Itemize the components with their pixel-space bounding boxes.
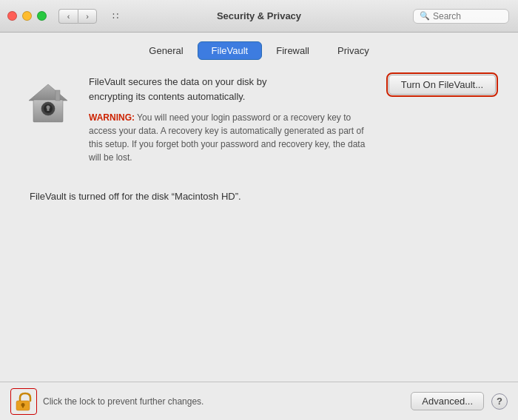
help-button[interactable]: ? xyxy=(491,393,508,410)
turn-on-filevault-button[interactable]: Turn On FileVault... xyxy=(388,75,496,95)
filevault-icon xyxy=(22,78,74,129)
nav-buttons: ‹ › xyxy=(47,9,97,24)
close-button[interactable] xyxy=(7,11,17,21)
svg-rect-6 xyxy=(56,90,60,101)
search-icon: 🔍 xyxy=(420,11,430,21)
tab-firewall[interactable]: Firewall xyxy=(262,41,323,60)
filevault-status: FileVault is turned off for the disk “Ma… xyxy=(30,191,496,202)
title-bar: ‹ › ∷ Security & Privacy 🔍 xyxy=(0,0,518,33)
tabs-bar: General FileVault Firewall Privacy xyxy=(0,33,518,60)
svg-rect-5 xyxy=(47,107,50,111)
lock-icon xyxy=(16,392,32,411)
filevault-description: FileVault secures the data on your disk … xyxy=(89,75,377,104)
turn-on-area: Turn On FileVault... xyxy=(388,75,496,95)
main-content: FileVault secures the data on your disk … xyxy=(0,60,518,382)
grid-button[interactable]: ∷ xyxy=(106,9,125,24)
warning-label: WARNING: xyxy=(89,112,135,123)
svg-marker-0 xyxy=(29,84,67,101)
forward-button[interactable]: › xyxy=(78,9,97,24)
maximize-button[interactable] xyxy=(37,11,47,21)
search-box[interactable]: 🔍 xyxy=(413,9,509,24)
traffic-lights xyxy=(7,11,47,21)
tab-privacy[interactable]: Privacy xyxy=(323,41,383,60)
search-input[interactable] xyxy=(433,11,502,21)
window-title: Security & Privacy xyxy=(217,10,301,21)
svg-rect-9 xyxy=(22,404,24,407)
tab-general[interactable]: General xyxy=(135,41,197,60)
content-top: FileVault secures the data on your disk … xyxy=(22,75,496,164)
minimize-button[interactable] xyxy=(22,11,32,21)
bottom-right: Advanced... ? xyxy=(411,392,508,410)
advanced-button[interactable]: Advanced... xyxy=(411,392,484,410)
lock-label: Click the lock to prevent further change… xyxy=(43,396,411,407)
content-text-area: FileVault secures the data on your disk … xyxy=(89,75,377,164)
bottom-bar: Click the lock to prevent further change… xyxy=(0,382,518,420)
back-button[interactable]: ‹ xyxy=(58,9,78,24)
tab-filevault[interactable]: FileVault xyxy=(198,41,263,60)
warning-text: WARNING: You will need your login passwo… xyxy=(89,111,377,164)
lock-button[interactable] xyxy=(10,388,37,415)
